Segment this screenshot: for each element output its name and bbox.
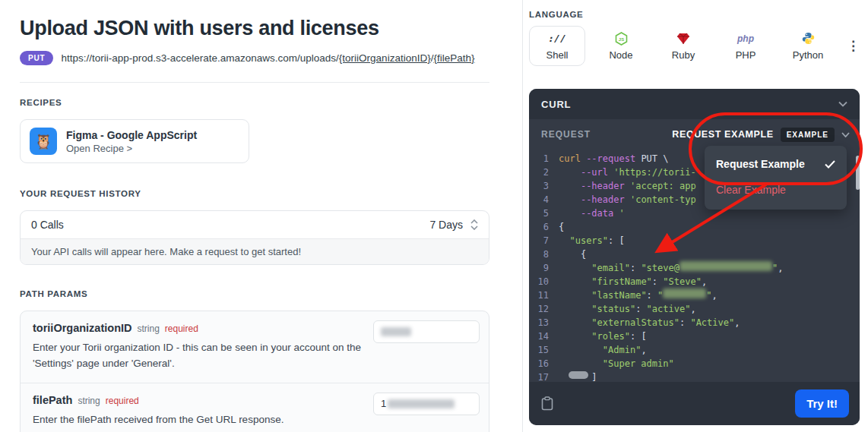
code-token: [559, 330, 591, 343]
request-example-selector[interactable]: REQUEST EXAMPLE EXAMPLE: [672, 128, 850, 142]
code-example-panel: CURL REQUEST REQUEST EXAMPLE EXAMPLE 1cu…: [529, 89, 860, 425]
request-history-head: 0 Calls 7 Days: [21, 211, 489, 238]
code-token: --request: [586, 152, 635, 166]
code-token: [581, 152, 586, 166]
code-token: : [: [608, 234, 625, 248]
param-description: Enter the filePath received from the Get…: [33, 412, 367, 428]
http-method-badge: PUT: [20, 51, 53, 65]
code-token: "Steve": [663, 275, 702, 289]
code-token: "Admin": [603, 343, 641, 357]
code-token: --header: [581, 193, 625, 207]
code-token: [559, 316, 591, 330]
code-line: 11 "lastName": "",: [529, 289, 860, 302]
file-path-value: 1: [381, 398, 386, 409]
line-number: 8: [529, 248, 549, 261]
history-range-selector[interactable]: 7 Days: [429, 219, 478, 231]
redacted-text: [680, 261, 772, 271]
code-token: PUT \: [635, 152, 668, 166]
line-number: 9: [529, 261, 549, 275]
code-token: --header: [581, 179, 625, 193]
code-token: ,: [734, 316, 740, 330]
code-token: ": [657, 289, 663, 302]
language-tab-node[interactable]: JSNode: [594, 26, 648, 66]
code-token: ,: [778, 261, 783, 275]
history-empty-message: Your API calls will appear here. Make a …: [21, 238, 489, 264]
language-tab-label: Ruby: [672, 49, 695, 61]
chevron-down-icon[interactable]: [838, 101, 847, 107]
param-description: Enter your Torii organization ID - this …: [33, 340, 367, 372]
language-tab-python[interactable]: Python: [781, 26, 835, 66]
language-tab-shell[interactable]: ://Shell: [529, 26, 585, 66]
code-token: :: [680, 316, 690, 330]
example-badge: EXAMPLE: [781, 128, 835, 142]
vertical-scrollbar[interactable]: [856, 156, 860, 190]
code-line: 6{: [529, 220, 860, 234]
clipboard-icon[interactable]: [541, 396, 553, 411]
node-icon: JS: [615, 32, 628, 46]
code-token: "email": [591, 261, 630, 275]
language-tab-label: PHP: [736, 49, 756, 61]
code-line: 14 "roles": [: [529, 330, 860, 343]
language-header: LANGUAGE: [529, 10, 868, 19]
code-token: 'accept: app: [630, 179, 696, 193]
language-tab-ruby[interactable]: Ruby: [657, 26, 710, 66]
svg-text:JS: JS: [618, 36, 623, 41]
dropdown-item-label: Request Example: [716, 158, 805, 170]
file-path-input[interactable]: 1: [373, 393, 480, 415]
dropdown-item-clear-example[interactable]: Clear Example: [705, 177, 847, 203]
owl-icon: 🦉: [30, 128, 57, 155]
code-token: "users": [569, 234, 608, 248]
endpoint-url-param-org[interactable]: {toriiOrganizationID}: [339, 52, 431, 64]
ruby-icon: [676, 32, 690, 46]
code-token: [559, 261, 591, 275]
code-token: :: [647, 289, 657, 302]
column-divider: [522, 0, 523, 432]
code-token: :: [652, 275, 663, 289]
param-row-torii-organization-id: toriiOrganizationID string required Ente…: [21, 311, 489, 383]
code-token: ,: [712, 289, 718, 302]
line-number: 10: [529, 275, 549, 289]
code-token: "steve@: [641, 261, 680, 275]
param-type: string: [78, 396, 100, 406]
line-number: 12: [529, 302, 549, 316]
language-tab-php[interactable]: phpPHP: [719, 26, 772, 66]
code-token: [613, 207, 619, 220]
code-token: "lastName": [591, 289, 646, 302]
code-token: [625, 193, 630, 207]
try-it-button[interactable]: Try It!: [795, 389, 849, 418]
code-token: "active": [647, 302, 691, 316]
param-name: filePath: [33, 394, 72, 406]
code-panel-header[interactable]: CURL: [529, 89, 860, 119]
request-example-label: REQUEST EXAMPLE: [672, 129, 773, 140]
page-title: Upload JSON with users and licenses: [20, 17, 489, 40]
kebab-menu-icon[interactable]: ⋮: [847, 39, 860, 52]
checkmark-icon: [825, 160, 835, 169]
code-token: ": [706, 289, 711, 302]
code-line: 9 "email": "steve@",: [529, 261, 860, 275]
endpoint-url-param-filepath[interactable]: {filePath}: [433, 52, 474, 64]
code-token: [559, 357, 603, 371]
request-example-dropdown: Request ExampleClear Example: [705, 146, 847, 210]
recipes-header: RECIPES: [20, 98, 489, 107]
code-token: "roles": [591, 330, 630, 343]
line-number: 13: [529, 316, 549, 330]
dropdown-item-request-example[interactable]: Request Example: [705, 151, 847, 177]
code-line: 10 "firstName": "Steve",: [529, 275, 860, 289]
line-number: 14: [529, 330, 549, 343]
line-number: 16: [529, 357, 549, 371]
recipe-card[interactable]: 🦉 Figma - Google AppScript Open Recipe >: [20, 119, 249, 163]
code-line: 8 {: [529, 248, 860, 261]
open-recipe-link[interactable]: Open Recipe >: [66, 143, 197, 154]
code-token: [559, 207, 581, 220]
history-range-label: 7 Days: [429, 219, 463, 231]
code-panel-footer: Try It!: [529, 382, 860, 425]
language-tab-label: Python: [793, 49, 823, 61]
code-token: "firstName": [591, 275, 651, 289]
line-number: 11: [529, 289, 549, 302]
calls-count: 0 Calls: [31, 219, 64, 231]
code-token: : [: [630, 330, 647, 343]
code-token: [559, 343, 603, 357]
code-line: 7 "users": [: [529, 234, 860, 248]
language-tabs: ://ShellJSNodeRubyphpPHPPython⋮: [529, 26, 868, 66]
torii-organization-id-input[interactable]: [373, 320, 480, 343]
